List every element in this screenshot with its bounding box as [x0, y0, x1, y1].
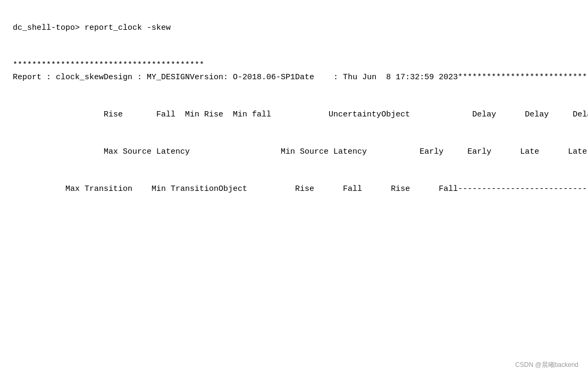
date-line: Date : Thu Jun 8 17:32:59 2023 [295, 73, 458, 82]
watermark-text: CSDN @晨曦backend [515, 361, 578, 368]
design-line: Design : MY_DESIGN [104, 73, 190, 82]
table2-header2: Early Early Late Late Early Early Late L… [367, 147, 588, 156]
separator2: **************************************** [458, 73, 588, 82]
table3-sep: ----------------------------------------… [458, 185, 588, 194]
table3-header2: Object Rise Fall Rise Fall [219, 185, 458, 194]
report-line: Report : clock_skew [13, 73, 104, 82]
watermark: CSDN @晨曦backend [515, 361, 578, 370]
table2-header1: Max Source Latency Min Source Latency [13, 147, 367, 156]
table1-header2: Object Delay Delay Delay Delay Plus Minu… [381, 110, 588, 119]
table3-header1: Max Transition Min Transition [13, 185, 219, 194]
prompt-top: dc_shell-topo> report_clock -skew [13, 23, 171, 32]
version-line: Version: O-2018.06-SP1 [190, 73, 295, 82]
separator1: **************************************** [13, 61, 204, 70]
table1-header1: Rise Fall Min Rise Min fall Uncertainty [13, 110, 381, 119]
terminal-output: dc_shell-topo> report_clock -skew ******… [0, 0, 588, 205]
